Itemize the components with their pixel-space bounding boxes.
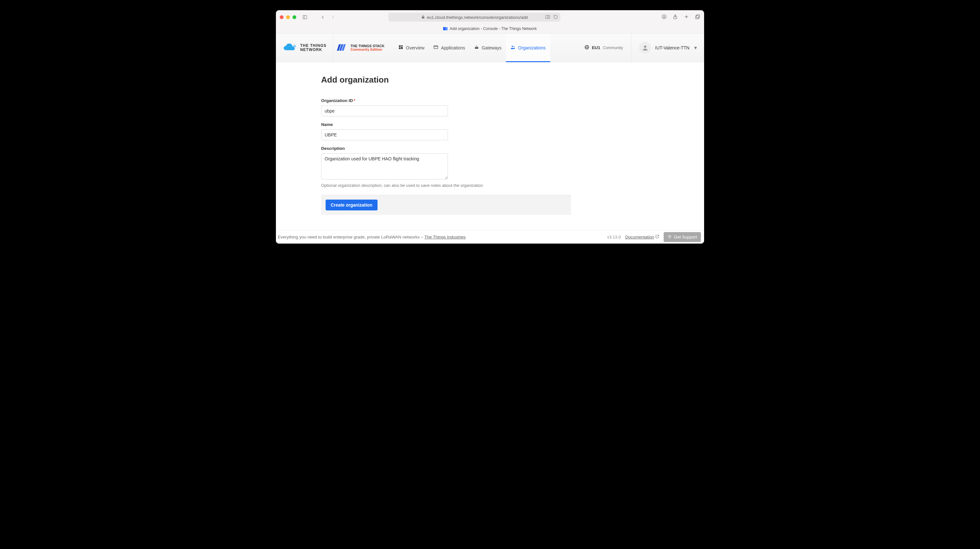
globe-icon <box>584 45 589 51</box>
help-description: Optional organization description; can a… <box>321 183 571 188</box>
svg-rect-10 <box>695 16 699 19</box>
app-header: THE THINGS NETWORK THE THINGS STACK Comm… <box>276 34 704 62</box>
svg-point-24 <box>514 46 514 47</box>
page-title: Add organization <box>321 75 571 85</box>
brand-logo[interactable]: THE THINGS NETWORK <box>276 34 333 62</box>
svg-point-23 <box>512 46 513 47</box>
tab-favicon <box>443 27 448 30</box>
gateway-icon <box>474 45 479 51</box>
user-name: IUT-Valence-TTN <box>655 45 689 50</box>
window-icon <box>433 45 438 51</box>
svg-rect-0 <box>303 16 307 19</box>
input-org-id[interactable] <box>321 105 448 117</box>
people-icon <box>511 45 515 51</box>
nav-organizations[interactable]: Organizations <box>506 34 550 62</box>
svg-rect-18 <box>434 46 438 48</box>
stack-text: THE THINGS STACK Community Edition <box>350 44 385 52</box>
nav-label: Gateways <box>482 45 501 50</box>
back-button[interactable] <box>319 14 326 21</box>
label-description: Description <box>321 146 571 151</box>
field-name: Name <box>321 122 571 140</box>
forward-button[interactable] <box>329 14 336 21</box>
svg-rect-16 <box>401 47 403 49</box>
label-org-id: Organization ID* <box>321 98 571 103</box>
user-menu[interactable]: IUT-Valence-TTN ▼ <box>631 34 704 62</box>
page-body: Add organization Organization ID* Name D… <box>276 62 704 244</box>
minimize-window-button[interactable] <box>286 15 290 19</box>
stack-logo[interactable]: THE THINGS STACK Community Edition <box>333 34 394 62</box>
version-label: v3.13.0 <box>607 235 621 239</box>
footer-industries-link[interactable]: The Things Industries <box>424 235 466 239</box>
field-description: Description Optional organization descri… <box>321 146 571 188</box>
input-description[interactable] <box>321 153 448 179</box>
tab-title[interactable]: Add organization - Console - The Things … <box>450 27 536 31</box>
stack-icon <box>336 44 347 52</box>
field-org-id: Organization ID* <box>321 98 571 117</box>
nav-gateways[interactable]: Gateways <box>469 34 506 62</box>
svg-rect-15 <box>401 45 403 46</box>
cluster-label: Community <box>603 46 623 50</box>
cluster-region: EU1 <box>592 45 600 50</box>
svg-point-22 <box>476 48 477 48</box>
nav-label: Overview <box>406 45 424 50</box>
footer-tagline: Everything you need to build enterprise … <box>278 235 424 239</box>
sidebar-toggle-icon[interactable] <box>301 14 309 21</box>
browser-window: eu1.cloud.thethings.network/console/orga… <box>276 10 704 244</box>
svg-text:?: ? <box>669 235 671 238</box>
nav-overview[interactable]: Overview <box>394 34 429 62</box>
main-nav: Overview Applications Gateways Organizat… <box>394 34 550 62</box>
zoom-window-button[interactable] <box>293 15 296 19</box>
svg-rect-14 <box>399 45 401 47</box>
close-window-button[interactable] <box>280 15 283 19</box>
downloads-icon[interactable] <box>662 14 667 21</box>
help-icon: ? <box>667 234 672 240</box>
label-name: Name <box>321 122 571 127</box>
new-tab-icon[interactable] <box>684 14 689 21</box>
dashboard-icon <box>398 45 403 51</box>
nav-label: Applications <box>441 45 465 50</box>
input-name[interactable] <box>321 129 448 140</box>
svg-point-28 <box>644 45 646 48</box>
svg-rect-9 <box>697 15 700 18</box>
url-text: eu1.cloud.thethings.network/console/orga… <box>427 15 528 20</box>
svg-rect-2 <box>546 15 549 18</box>
svg-point-21 <box>475 48 476 48</box>
nav-applications[interactable]: Applications <box>429 34 469 62</box>
external-link-icon <box>655 235 659 239</box>
tab-bar: Add organization - Console - The Things … <box>276 24 704 33</box>
tabs-overview-icon[interactable] <box>695 14 700 21</box>
app-footer: Everything you need to build enterprise … <box>276 230 704 244</box>
nav-label: Organizations <box>518 45 546 50</box>
chevron-down-icon: ▼ <box>693 45 698 50</box>
get-support-button[interactable]: ? Get Support <box>663 232 701 242</box>
documentation-link[interactable]: Documentation <box>625 235 659 239</box>
reader-icon[interactable] <box>545 15 550 20</box>
submit-bar: Create organization <box>321 195 571 215</box>
cloud-icon <box>282 43 298 53</box>
window-controls <box>280 15 296 19</box>
share-icon[interactable] <box>673 14 678 21</box>
reload-icon[interactable] <box>554 15 558 20</box>
browser-chrome: eu1.cloud.thethings.network/console/orga… <box>276 10 704 34</box>
url-bar[interactable]: eu1.cloud.thethings.network/console/orga… <box>388 13 560 22</box>
brand-text: THE THINGS NETWORK <box>300 44 326 52</box>
svg-rect-17 <box>399 48 401 49</box>
cluster-selector[interactable]: EU1 Community <box>584 34 631 62</box>
create-organization-button[interactable]: Create organization <box>326 199 377 211</box>
lock-icon <box>421 15 425 20</box>
avatar <box>639 42 651 54</box>
